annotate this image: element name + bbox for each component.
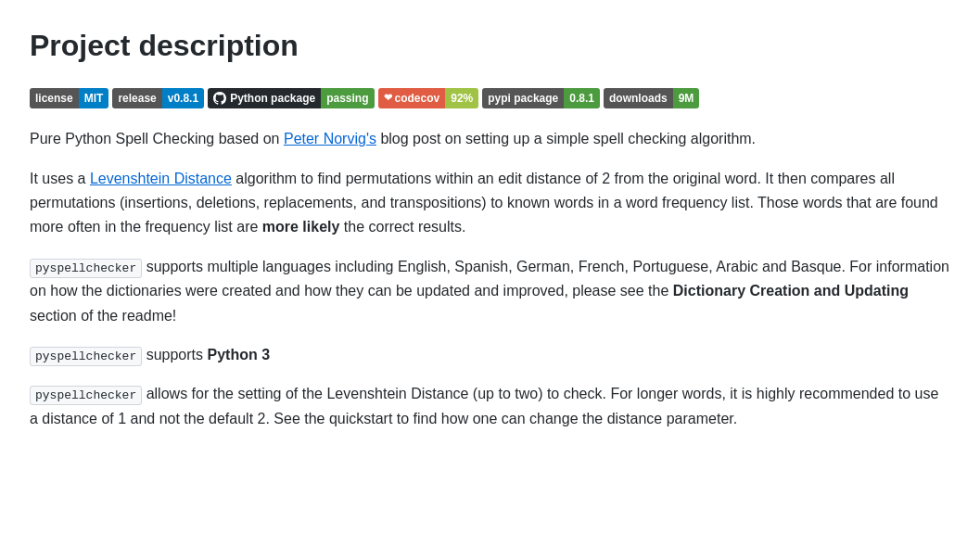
badge-codecov-value: 92% [445,88,478,108]
para5-text: allows for the setting of the Levenshtei… [30,386,938,426]
paragraph-5: pyspellchecker allows for the setting of… [30,382,950,431]
badge-python-package: Python package passing [208,88,374,108]
para4-bold: Python 3 [207,347,270,362]
paragraph-1: Pure Python Spell Checking based on Pete… [30,127,950,151]
para2-bold: more likely [262,219,340,235]
badge-python-package-left: Python package [208,88,321,108]
badge-codecov-left: ❤ codecov [378,88,446,108]
para1-prefix: Pure Python Spell Checking based on [30,131,284,146]
peter-norvig-link[interactable]: Peter Norvig's [284,131,376,146]
paragraph-4: pyspellchecker supports Python 3 [30,343,950,367]
badge-pypi-value: 0.8.1 [564,88,600,108]
paragraph-2: It uses a Levenshtein Distance algorithm… [30,167,950,240]
badge-pypi-label: pypi package [482,88,564,108]
para3-end: section of the readme! [30,308,176,324]
code-pyspellchecker-1: pyspellchecker [30,259,142,278]
code-pyspellchecker-2: pyspellchecker [30,347,142,366]
badge-release: release v0.8.1 [112,88,204,108]
github-icon [213,92,226,105]
page-title: Project description [30,22,950,70]
badge-downloads-label: downloads [604,88,673,108]
badge-release-value: v0.8.1 [162,88,204,108]
badge-release-label: release [112,88,161,108]
badges-container: license MIT release v0.8.1 Python packag… [30,88,950,108]
para1-suffix: blog post on setting up a simple spell c… [376,131,756,146]
para3-bold: Dictionary Creation and Updating [673,283,909,299]
badge-downloads: downloads 9M [604,88,699,108]
badge-license: license MIT [30,88,108,108]
code-pyspellchecker-3: pyspellchecker [30,386,142,405]
badge-downloads-value: 9M [673,88,700,108]
codecov-icon: ❤ [384,90,392,107]
paragraph-3: pyspellchecker supports multiple languag… [30,255,950,328]
levenshtein-link[interactable]: Levenshtein Distance [90,171,232,186]
badge-license-label: license [30,88,79,108]
badge-license-value: MIT [79,88,109,108]
badge-pypi: pypi package 0.8.1 [482,88,600,108]
badge-codecov: ❤ codecov 92% [378,88,479,108]
badge-python-package-value: passing [321,88,374,108]
